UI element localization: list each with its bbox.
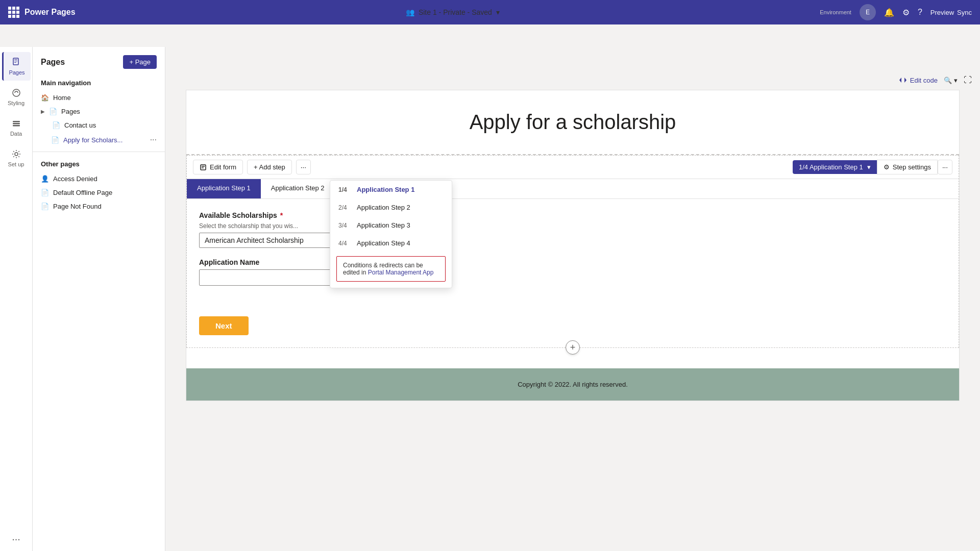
sidebar-item-pages-label: Pages	[9, 69, 24, 76]
main-navigation-label: Main navigation	[33, 75, 165, 91]
settings-button[interactable]: ⚙	[902, 8, 910, 17]
form-section: Edit form + Add step ··· 1/4 Application…	[186, 155, 959, 348]
form-more-button[interactable]: ···	[296, 160, 311, 174]
site-info[interactable]: 👥 Site 1 - Private - Saved ▾	[406, 8, 500, 16]
topbar: Power Pages 👥 Site 1 - Private - Saved ▾…	[0, 0, 980, 24]
tab-step1[interactable]: Application Step 1	[187, 179, 261, 198]
apply-menu-button[interactable]: ···	[150, 135, 157, 144]
copyright-text: Copyright © 2022. All rights reserved.	[518, 381, 628, 388]
svg-point-4	[13, 89, 20, 96]
nav-divider	[33, 152, 165, 152]
next-button[interactable]: Next	[199, 316, 249, 335]
step-settings-label: Step settings	[893, 163, 931, 171]
nav-item-default-offline[interactable]: 📄 Default Offline Page	[33, 186, 165, 199]
sidebar-item-setup-label: Set up	[8, 161, 24, 167]
dropdown-step2-label: Application Step 2	[357, 204, 410, 211]
page-title: Apply for a scholarship	[197, 111, 949, 134]
page-icon: 📄	[49, 108, 57, 115]
help-button[interactable]: ?	[918, 8, 922, 17]
field-label-scholarships: Available Scholarships *	[199, 211, 946, 219]
expand-button[interactable]: ⛶	[964, 76, 972, 85]
zoom-button[interactable]: 🔍 ▾	[944, 77, 958, 84]
nav-item-access-denied-label: Access Denied	[53, 175, 97, 183]
site-info-label: Site 1 - Private - Saved	[419, 8, 492, 16]
grid-icon	[8, 7, 19, 18]
nav-item-home[interactable]: 🏠 Home	[33, 91, 165, 105]
preview-label[interactable]: Preview	[930, 9, 954, 16]
step-dropdown: 1/4 Application Step 1 2/4 Application S…	[330, 180, 452, 288]
svg-rect-7	[13, 125, 20, 127]
tab-step2[interactable]: Application Step 2	[261, 179, 335, 198]
dropdown-item-step1[interactable]: 1/4 Application Step 1	[330, 181, 452, 198]
notifications-button[interactable]: 🔔	[884, 8, 894, 17]
environment-label: Environment	[820, 9, 851, 15]
chevron-down-zoom: ▾	[954, 77, 958, 84]
pages-panel: Pages + Page Main navigation 🏠 Home ▶ 📄 …	[33, 47, 165, 551]
page-footer: Copyright © 2022. All rights reserved.	[186, 368, 959, 400]
step-num-4: 4/4	[338, 240, 351, 247]
add-section-button[interactable]: +	[566, 340, 580, 355]
page-icon-apply: 📄	[51, 136, 59, 144]
edit-code-label: Edit code	[910, 77, 938, 84]
sync-label[interactable]: Sync	[957, 9, 972, 16]
step-settings-button[interactable]: ⚙ Step settings	[877, 160, 938, 174]
svg-rect-2	[14, 61, 17, 61]
site-icon: 👥	[406, 8, 414, 16]
dropdown-notice: Conditions & redirects can be edited in …	[336, 256, 446, 282]
svg-rect-6	[13, 123, 20, 124]
page-icon-notfound: 📄	[41, 203, 49, 210]
user-avatar[interactable]: E	[860, 4, 876, 20]
icon-sidebar: Pages Styling Data Set up ···	[0, 47, 33, 551]
sidebar-item-styling-label: Styling	[8, 100, 24, 106]
nav-item-page-not-found-label: Page Not Found	[53, 203, 102, 210]
nav-item-home-label: Home	[53, 94, 71, 102]
dropdown-step4-label: Application Step 4	[357, 239, 410, 247]
sidebar-item-styling[interactable]: Styling	[2, 83, 31, 111]
step-selector-button[interactable]: 1/4 Application Step 1 ▾	[793, 160, 877, 174]
svg-rect-5	[13, 121, 20, 122]
app-logo[interactable]: Power Pages	[8, 7, 76, 18]
add-step-button[interactable]: + Add step	[247, 160, 292, 174]
edit-code-button[interactable]: Edit code	[899, 76, 938, 84]
other-pages-label: Other pages	[33, 156, 165, 172]
dropdown-item-step2[interactable]: 2/4 Application Step 2	[330, 198, 452, 216]
dropdown-step3-label: Application Step 3	[357, 221, 410, 229]
nav-item-contact[interactable]: 📄 Contact us	[33, 118, 165, 132]
sidebar-more-button[interactable]: ···	[6, 527, 27, 551]
dropdown-item-step4[interactable]: 4/4 Application Step 4	[330, 234, 452, 252]
step-tabs: Application Step 1 Application Step 2 ..…	[187, 179, 959, 199]
step-num-2: 2/4	[338, 204, 351, 211]
sidebar-item-data[interactable]: Data	[2, 113, 31, 142]
sidebar-item-pages[interactable]: Pages	[2, 52, 31, 81]
step-num-3: 3/4	[338, 222, 351, 229]
nav-item-page-not-found[interactable]: 📄 Page Not Found	[33, 199, 165, 213]
sidebar-item-setup[interactable]: Set up	[2, 144, 31, 172]
add-step-label: + Add step	[254, 163, 285, 171]
scholarships-input[interactable]	[199, 233, 352, 248]
form-toolbar: Edit form + Add step ··· 1/4 Application…	[187, 156, 959, 179]
portal-management-link[interactable]: Portal Management App	[368, 269, 434, 276]
app-name: Power Pages	[24, 8, 76, 17]
main-content: Edit code 🔍 ▾ ⛶ Apply for a scholarship	[165, 71, 980, 551]
field-label-appname: Application Name	[199, 258, 946, 266]
pages-panel-header: Pages + Page	[33, 55, 165, 75]
svg-point-8	[15, 153, 18, 156]
add-page-button[interactable]: + Page	[123, 55, 157, 69]
nav-item-pages[interactable]: ▶ 📄 Pages	[33, 105, 165, 118]
step-more-button[interactable]: ···	[938, 160, 952, 174]
edit-form-button[interactable]: Edit form	[193, 160, 243, 174]
edit-code-bar: Edit code 🔍 ▾ ⛶	[891, 71, 980, 89]
nav-item-default-offline-label: Default Offline Page	[53, 189, 112, 196]
field-hint-scholarships: Select the scholarship that you wis...	[199, 222, 946, 230]
form-body: Available Scholarships * Select the scho…	[187, 199, 959, 308]
field-available-scholarships: Available Scholarships * Select the scho…	[199, 211, 946, 248]
page-icon-offline: 📄	[41, 189, 49, 196]
person-icon: 👤	[41, 175, 49, 183]
zoom-icon: 🔍	[944, 77, 952, 84]
dropdown-item-step3[interactable]: 3/4 Application Step 3	[330, 216, 452, 234]
nav-item-pages-label: Pages	[61, 108, 80, 115]
nav-item-apply[interactable]: 📄 Apply for Scholars... ···	[33, 132, 165, 147]
page-canvas: Apply for a scholarship Edit form + Add …	[186, 90, 960, 401]
field-application-name: Application Name	[199, 258, 946, 286]
nav-item-access-denied[interactable]: 👤 Access Denied	[33, 172, 165, 186]
